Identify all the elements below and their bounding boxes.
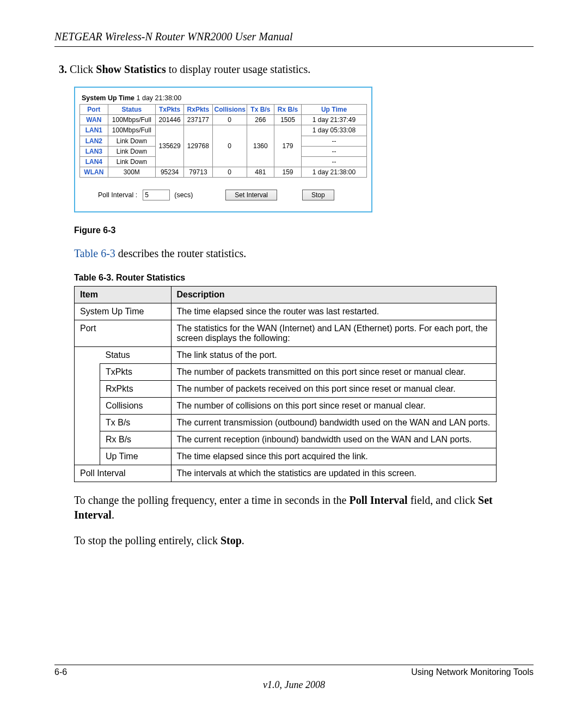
stop-button[interactable]: Stop <box>302 190 334 200</box>
item-cell: System Up Time <box>75 303 171 320</box>
header-desc: Description <box>171 287 497 303</box>
page-footer: 6-6 Using Network Monitoring Tools v1.0,… <box>54 665 534 691</box>
cell-port: LAN1 <box>80 125 108 136</box>
cell-up: 1 day 05:33:08 <box>302 125 367 136</box>
table-caption: Table 6-3. Router Statistics <box>74 273 534 283</box>
desc-cell: The intervals at which the statistics ar… <box>171 465 497 482</box>
text-bold: Poll Interval <box>349 494 407 506</box>
poll-interval-input[interactable] <box>143 190 170 200</box>
cell-up: -- <box>302 146 367 156</box>
stats-table: Port Status TxPkts RxPkts Collisions Tx … <box>80 105 367 178</box>
sub-indent <box>75 347 100 465</box>
cell-rx: 237177 <box>184 115 212 125</box>
cell-rx: 79713 <box>184 167 212 178</box>
desc-cell: The link status of the port. <box>171 347 497 364</box>
item-cell: Poll Interval <box>75 465 171 482</box>
table-row: Port Status TxPkts RxPkts Collisions Tx … <box>80 105 367 115</box>
step-text-pre: Click <box>70 63 96 75</box>
body-paragraph: To stop the polling entirely, click Stop… <box>74 533 534 548</box>
col-collisions: Collisions <box>212 105 247 115</box>
table-row: Port The statistics for the WAN (Interne… <box>75 320 497 347</box>
table-row: WLAN 300M 95234 79713 0 481 159 1 day 21… <box>80 167 367 178</box>
section-title: Using Network Monitoring Tools <box>411 667 534 677</box>
poll-interval-label: Poll Interval : <box>98 191 137 199</box>
text: To change the polling frequency, enter a… <box>74 494 349 506</box>
item-cell: Port <box>75 320 171 347</box>
cell-txbs-group: 1360 <box>247 125 274 167</box>
cell-up: -- <box>302 136 367 146</box>
poll-interval-units: (secs) <box>174 191 193 199</box>
cell-up: 1 day 21:38:00 <box>302 167 367 178</box>
cell-tx-group: 135629 <box>155 125 183 167</box>
item-cell: RxPkts <box>100 381 171 398</box>
table-row: Rx B/s The current reception (inbound) b… <box>75 431 497 448</box>
doc-version: v1.0, June 2008 <box>54 679 534 691</box>
description-table: Item Description System Up Time The time… <box>74 286 497 482</box>
cell-up: 1 day 21:37:49 <box>302 115 367 125</box>
cell-port: WAN <box>80 115 108 125</box>
item-cell: Rx B/s <box>100 431 171 448</box>
desc-cell: The current reception (inbound) bandwidt… <box>171 431 497 448</box>
cell-txbs: 481 <box>247 167 274 178</box>
cell-col-group: 0 <box>212 125 247 167</box>
desc-cell: The number of packets received on this p… <box>171 381 497 398</box>
cell-txbs: 266 <box>247 115 274 125</box>
col-status: Status <box>108 105 155 115</box>
col-uptime: Up Time <box>302 105 367 115</box>
cell-status: 300M <box>108 167 155 178</box>
cell-rx-group: 129768 <box>184 125 212 167</box>
body-paragraph: To change the polling frequency, enter a… <box>74 493 534 522</box>
poll-controls: Poll Interval : (secs) Set Interval Stop <box>79 190 367 200</box>
cell-port: LAN2 <box>80 136 108 146</box>
text: field, and click <box>408 494 478 506</box>
desc-cell: The current transmission (outbound) band… <box>171 415 497 431</box>
cell-col: 0 <box>212 167 247 178</box>
item-cell: Collisions <box>100 398 171 415</box>
table-row: System Up Time The time elapsed since th… <box>75 303 497 320</box>
step-text-post: to display router usage statistics. <box>166 63 311 75</box>
cell-port: LAN3 <box>80 146 108 156</box>
cell-port: LAN4 <box>80 156 108 167</box>
step-instruction: 3. Click Show Statistics to display rout… <box>71 63 534 76</box>
cell-status: Link Down <box>108 146 155 156</box>
table-reference-link[interactable]: Table 6-3 <box>74 247 115 259</box>
col-port: Port <box>80 105 108 115</box>
router-stats-screenshot: System Up Time 1 day 21:38:00 Port Statu… <box>74 87 372 212</box>
table-reference-paragraph: Table 6-3 describes the router statistic… <box>74 247 534 260</box>
desc-cell: The time elapsed since this port acquire… <box>171 448 497 465</box>
text: . <box>242 534 244 546</box>
cell-status: 100Mbps/Full <box>108 115 155 125</box>
cell-rxbs-group: 179 <box>274 125 301 167</box>
item-cell: Up Time <box>100 448 171 465</box>
table-row: TxPkts The number of packets transmitted… <box>75 364 497 381</box>
cell-tx: 95234 <box>155 167 183 178</box>
desc-cell: The time elapsed since the router was la… <box>171 303 497 320</box>
system-uptime-value: 1 day 21:38:00 <box>137 94 182 102</box>
system-uptime-line: System Up Time 1 day 21:38:00 <box>82 94 367 102</box>
text: . <box>112 509 114 521</box>
item-cell: Tx B/s <box>100 415 171 431</box>
doc-header: NETGEAR Wireless-N Router WNR2000 User M… <box>54 31 534 47</box>
cell-tx: 201446 <box>155 115 183 125</box>
page-number: 6-6 <box>54 667 67 677</box>
step-number: 3. <box>59 63 67 75</box>
cell-status: Link Down <box>108 156 155 167</box>
col-rxbs: Rx B/s <box>274 105 301 115</box>
set-interval-button[interactable]: Set Interval <box>225 190 277 200</box>
table-row: Poll Interval The intervals at which the… <box>75 465 497 482</box>
cell-status: 100Mbps/Full <box>108 125 155 136</box>
header-item: Item <box>75 287 171 303</box>
table-row: Status The link status of the port. <box>75 347 497 364</box>
desc-cell: The number of packets transmitted on thi… <box>171 364 497 381</box>
col-txpkts: TxPkts <box>155 105 183 115</box>
table-row: Collisions The number of collisions on t… <box>75 398 497 415</box>
cell-status: Link Down <box>108 136 155 146</box>
cell-rxbs: 159 <box>274 167 301 178</box>
col-txbs: Tx B/s <box>247 105 274 115</box>
table-row: LAN1 100Mbps/Full 135629 129768 0 1360 1… <box>80 125 367 136</box>
table-row: Item Description <box>75 287 497 303</box>
manual-page: NETGEAR Wireless-N Router WNR2000 User M… <box>0 0 588 706</box>
cell-port: WLAN <box>80 167 108 178</box>
text: To stop the polling entirely, click <box>74 534 220 546</box>
desc-cell: The number of collisions on this port si… <box>171 398 497 415</box>
